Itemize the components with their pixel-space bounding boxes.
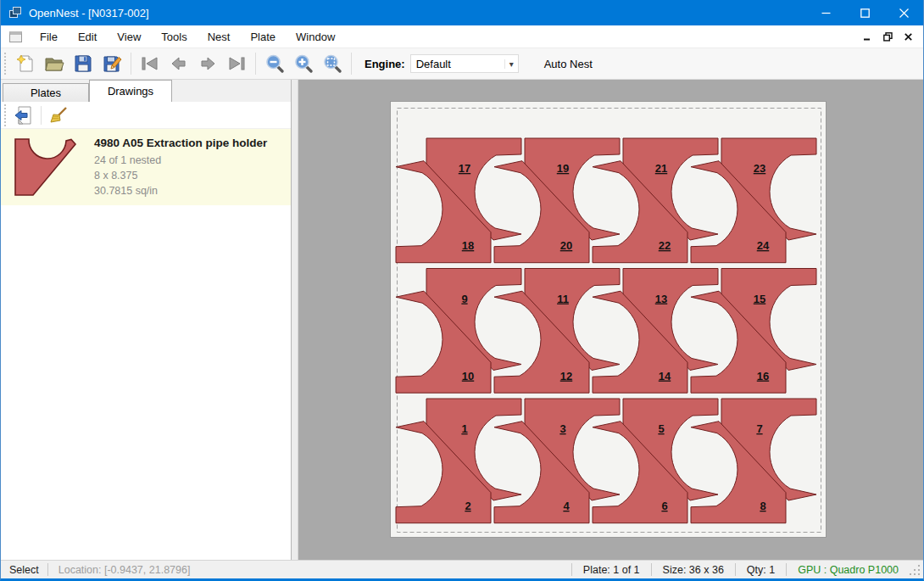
part-number-label: 23 bbox=[754, 162, 765, 175]
nested-pair[interactable]: 12 bbox=[396, 399, 521, 523]
nested-pair[interactable]: 34 bbox=[494, 399, 620, 523]
new-file-button[interactable] bbox=[11, 50, 40, 77]
part-number-label: 19 bbox=[557, 162, 569, 175]
panel-splitter[interactable] bbox=[292, 80, 298, 560]
part-number-label: 12 bbox=[560, 370, 572, 383]
nest-canvas[interactable]: 171819202122232491011121314151612345678 bbox=[298, 80, 923, 560]
window-title: OpenNest - [N0317-002] bbox=[29, 7, 149, 20]
menu-nest[interactable]: Nest bbox=[198, 27, 241, 47]
maximize-icon[interactable] bbox=[845, 0, 884, 25]
new-file-icon bbox=[15, 53, 36, 74]
menu-edit[interactable]: Edit bbox=[68, 27, 107, 47]
engine-label: Engine: bbox=[365, 58, 405, 70]
next-plate-button[interactable] bbox=[193, 50, 222, 77]
drawing-nested-count: 24 of 1 nested bbox=[94, 153, 267, 168]
status-mode: Select bbox=[1, 564, 47, 576]
previous-plate-button[interactable] bbox=[164, 50, 193, 77]
tab-plates[interactable]: Plates bbox=[3, 83, 89, 102]
drawing-item-text: 4980 A05 Extraction pipe holder 24 of 1 … bbox=[94, 137, 267, 198]
toolbar-grip[interactable] bbox=[3, 53, 8, 75]
previous-arrow-icon bbox=[169, 53, 189, 74]
panel-toolbar-separator bbox=[41, 106, 42, 125]
main-area: Plates Drawings bbox=[1, 80, 923, 560]
part-number-label: 16 bbox=[757, 370, 769, 383]
save-as-button[interactable] bbox=[97, 50, 126, 77]
minimize-icon[interactable] bbox=[806, 0, 845, 25]
part-number-label: 20 bbox=[560, 239, 572, 252]
mdi-child-icon[interactable] bbox=[9, 31, 22, 42]
part-number-label: 17 bbox=[459, 162, 470, 175]
part-number-label: 5 bbox=[658, 422, 664, 435]
part-number-label: 3 bbox=[559, 422, 565, 435]
part-number-label: 9 bbox=[461, 293, 467, 305]
part-number-label: 24 bbox=[757, 239, 770, 252]
import-page-icon bbox=[14, 105, 34, 126]
app-icon bbox=[8, 6, 22, 20]
nested-pair[interactable]: 2122 bbox=[593, 138, 718, 263]
menu-view[interactable]: View bbox=[107, 27, 151, 47]
engine-value: Default bbox=[411, 58, 504, 70]
plate-drawing[interactable]: 171819202122232491011121314151612345678 bbox=[391, 102, 827, 539]
part-number-label: 21 bbox=[655, 162, 667, 175]
save-button[interactable] bbox=[69, 50, 97, 77]
panel-toolbar-grip[interactable] bbox=[3, 104, 8, 126]
part-number-label: 18 bbox=[462, 239, 474, 252]
nested-pair[interactable]: 1718 bbox=[396, 138, 521, 263]
chevron-down-icon[interactable]: ▾ bbox=[504, 59, 518, 69]
status-gpu: GPU : Quadro P1000 bbox=[787, 564, 910, 576]
nested-pair[interactable]: 1314 bbox=[593, 269, 718, 394]
menu-plate[interactable]: Plate bbox=[240, 27, 286, 47]
menubar: File Edit View Tools Nest Plate Window bbox=[1, 25, 923, 47]
drawing-list-item[interactable]: 4980 A05 Extraction pipe holder 24 of 1 … bbox=[1, 129, 291, 205]
status-size: Size: 36 x 36 bbox=[652, 564, 735, 576]
toolbar-separator bbox=[131, 53, 131, 75]
plate-sheet[interactable]: 171819202122232491011121314151612345678 bbox=[390, 101, 827, 538]
part-number-label: 10 bbox=[462, 370, 474, 383]
part-number-label: 8 bbox=[760, 500, 765, 512]
import-drawing-button[interactable] bbox=[11, 103, 36, 127]
nested-pair[interactable]: 56 bbox=[593, 399, 718, 523]
mdi-minimize-icon[interactable] bbox=[859, 28, 876, 45]
part-thumbnail bbox=[13, 137, 82, 198]
open-file-button[interactable] bbox=[40, 50, 69, 77]
zoom-in-button[interactable] bbox=[289, 50, 318, 77]
tab-drawings[interactable]: Drawings bbox=[89, 80, 172, 102]
last-plate-button[interactable] bbox=[222, 50, 251, 77]
save-icon bbox=[73, 53, 93, 74]
menu-tools[interactable]: Tools bbox=[151, 27, 197, 47]
drawing-list-empty-area bbox=[1, 205, 291, 560]
clear-drawings-button[interactable] bbox=[46, 103, 71, 127]
nested-pair[interactable]: 1920 bbox=[494, 138, 620, 263]
zoom-fit-button[interactable] bbox=[318, 50, 347, 77]
mdi-restore-icon[interactable] bbox=[879, 28, 896, 45]
nested-pair[interactable]: 1516 bbox=[691, 269, 816, 394]
auto-nest-button[interactable]: Auto Nest bbox=[537, 53, 599, 75]
status-location: Location: [-0.9437, 21.8796] bbox=[48, 564, 201, 576]
toolbar-separator bbox=[351, 53, 352, 75]
mdi-close-icon[interactable] bbox=[899, 28, 916, 45]
nested-pair[interactable]: 2324 bbox=[691, 138, 816, 263]
next-arrow-icon bbox=[198, 53, 218, 74]
nested-pair[interactable]: 1112 bbox=[494, 269, 620, 394]
part-number-label: 6 bbox=[661, 500, 667, 512]
menu-window[interactable]: Window bbox=[286, 27, 345, 47]
drawing-size: 8 x 8.375 bbox=[94, 168, 267, 183]
status-plate: Plate: 1 of 1 bbox=[572, 564, 651, 576]
engine-select[interactable]: Default ▾ bbox=[410, 54, 519, 73]
nested-pair[interactable]: 910 bbox=[396, 269, 521, 394]
drawing-title: 4980 A05 Extraction pipe holder bbox=[94, 137, 267, 149]
resize-grip-icon[interactable] bbox=[910, 563, 921, 577]
menu-file[interactable]: File bbox=[30, 27, 68, 47]
zoom-out-button[interactable] bbox=[260, 50, 289, 77]
save-edit-icon bbox=[102, 53, 122, 74]
part-number-label: 1 bbox=[461, 422, 467, 435]
close-icon[interactable] bbox=[884, 0, 923, 25]
part-number-label: 4 bbox=[563, 500, 570, 512]
statusbar: Select Location: [-0.9437, 21.8796] Plat… bbox=[1, 560, 923, 578]
part-number-label: 14 bbox=[659, 370, 671, 383]
part-number-label: 15 bbox=[754, 293, 765, 305]
first-plate-button[interactable] bbox=[136, 50, 164, 77]
first-arrow-icon bbox=[140, 53, 160, 74]
titlebar: OpenNest - [N0317-002] bbox=[1, 0, 923, 25]
nested-pair[interactable]: 78 bbox=[691, 399, 816, 523]
